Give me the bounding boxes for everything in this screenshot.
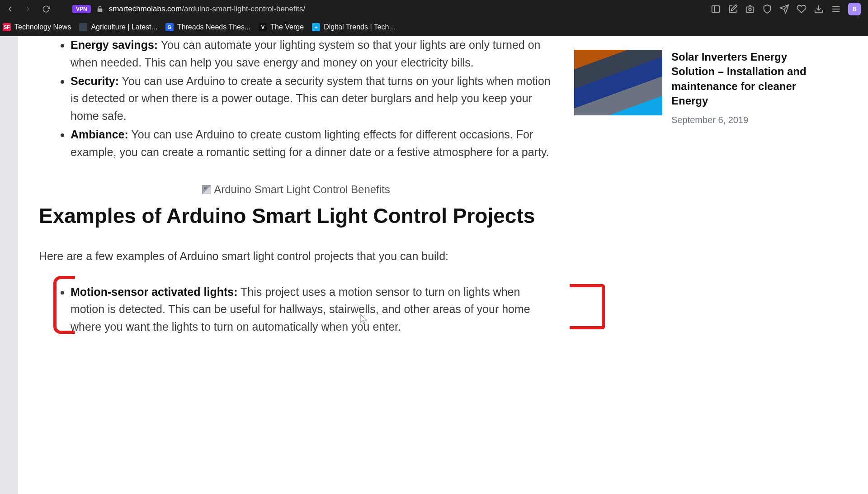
- bookmarks-bar: SFTechnology NewsAgriculture | Latest...…: [0, 18, 868, 36]
- menu-icon[interactable]: [831, 4, 841, 14]
- shield-icon[interactable]: [762, 4, 772, 14]
- list-item: Energy savings: You can automate your li…: [71, 36, 553, 71]
- list-item-text: You can use Arduino to create custom lig…: [71, 128, 549, 158]
- vpn-badge[interactable]: VPN: [72, 5, 91, 13]
- broken-image-alt: Arduino Smart Light Control Benefits: [214, 183, 390, 196]
- related-post[interactable]: Solar Inverters Energy Solution – Instal…: [574, 50, 827, 125]
- profile-avatar[interactable]: 8: [848, 3, 861, 15]
- related-post-date: September 6, 2019: [671, 115, 827, 125]
- svg-rect-2: [746, 7, 754, 12]
- url-path: /arduino-smart-light-control-benefits/: [182, 5, 305, 13]
- bookmark-label: Technology News: [14, 23, 71, 31]
- bookmark-item[interactable]: SFTechnology News: [3, 23, 71, 31]
- send-icon[interactable]: [779, 4, 789, 14]
- list-item: Motion-sensor activated lights: This pro…: [71, 283, 553, 336]
- list-item-label: Energy savings:: [71, 38, 158, 51]
- browser-right-icons: 8: [711, 3, 864, 15]
- page: Energy savings: You can automate your li…: [18, 36, 868, 494]
- page-viewport: Energy savings: You can automate your li…: [0, 36, 868, 494]
- heart-icon[interactable]: [797, 4, 807, 14]
- url-domain: smartechmolabs.com: [109, 5, 182, 13]
- section-intro: Here are a few examples of Arduino smart…: [39, 247, 553, 265]
- reload-button[interactable]: [40, 3, 52, 15]
- sidebar: Solar Inverters Energy Solution – Instal…: [574, 36, 827, 337]
- bookmark-item[interactable]: VThe Verge: [259, 23, 304, 31]
- broken-image-row: Arduino Smart Light Control Benefits: [39, 183, 553, 196]
- broken-image-icon: [202, 185, 211, 194]
- article: Energy savings: You can automate your li…: [18, 36, 574, 337]
- list-item-label: Security:: [71, 75, 119, 87]
- url-bar[interactable]: smartechmolabs.com/arduino-smart-light-c…: [109, 5, 306, 14]
- list-item: Security: You can use Arduino to create …: [71, 72, 553, 125]
- svg-rect-0: [712, 6, 720, 13]
- edit-icon[interactable]: [728, 4, 738, 14]
- list-item-label: Motion-sensor activated lights:: [71, 285, 237, 298]
- bookmark-favicon: [79, 23, 87, 31]
- browser-chrome: VPN smartechmolabs.com/arduino-smart-lig…: [0, 0, 868, 36]
- download-icon[interactable]: [814, 4, 824, 14]
- list-item: Ambiance: You can use Arduino to create …: [71, 126, 553, 161]
- related-post-thumb: [574, 50, 662, 115]
- svg-point-3: [749, 8, 751, 11]
- bookmark-item[interactable]: Agriculture | Latest...: [79, 23, 157, 31]
- bookmark-label: Digital Trends | Tech...: [324, 23, 395, 31]
- screenshot-icon[interactable]: [745, 4, 755, 14]
- related-post-title: Solar Inverters Energy Solution – Instal…: [671, 50, 827, 109]
- bookmark-favicon: V: [259, 23, 267, 31]
- list-item-text: You can use Arduino to create a security…: [71, 75, 551, 123]
- bookmark-label: Threads Needs Thes...: [177, 23, 250, 31]
- bookmark-item[interactable]: +Digital Trends | Tech...: [312, 23, 395, 31]
- bookmark-label: The Verge: [270, 23, 304, 31]
- bookmark-favicon: SF: [3, 23, 11, 31]
- forward-button[interactable]: [22, 3, 34, 15]
- examples-list: Motion-sensor activated lights: This pro…: [39, 283, 553, 336]
- bookmark-favicon: +: [312, 23, 320, 31]
- lock-icon: [96, 5, 104, 13]
- back-button[interactable]: [4, 3, 16, 15]
- broken-image: Arduino Smart Light Control Benefits: [202, 183, 390, 196]
- bookmark-favicon: G: [165, 23, 174, 31]
- benefits-list: Energy savings: You can automate your li…: [39, 36, 553, 161]
- bookmark-item[interactable]: GThreads Needs Thes...: [165, 23, 250, 31]
- browser-top-bar: VPN smartechmolabs.com/arduino-smart-lig…: [0, 0, 868, 18]
- bookmark-label: Agriculture | Latest...: [91, 23, 157, 31]
- sidebar-icon[interactable]: [711, 4, 721, 14]
- list-item-label: Ambiance:: [71, 128, 128, 141]
- section-heading: Examples of Arduino Smart Light Control …: [39, 203, 553, 229]
